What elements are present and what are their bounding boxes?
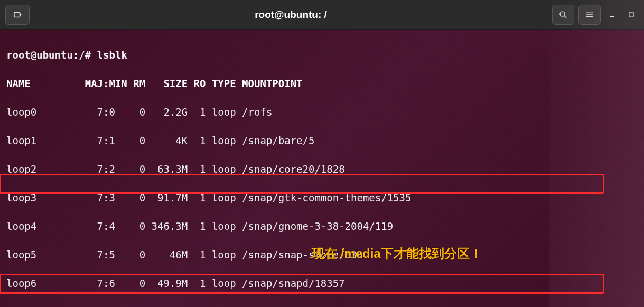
- lsblk-row: loop0 7:0 0 2.2G 1 loop /rofs: [6, 105, 638, 119]
- maximize-icon: [628, 11, 635, 18]
- lsblk-row: loop2 7:2 0 63.3M 1 loop /snap/core20/18…: [6, 162, 638, 176]
- new-tab-icon: [13, 10, 22, 20]
- lsblk-row: loop4 7:4 0 346.3M 1 loop /snap/gnome-3-…: [6, 219, 638, 234]
- prompt-user-host: root@ubuntu: [6, 49, 73, 61]
- window-title: root@ubuntu: /: [255, 9, 327, 21]
- minimize-icon: [609, 11, 616, 18]
- prompt-line: root@ubuntu:/# lsblk: [6, 48, 638, 62]
- titlebar-right: [552, 5, 639, 25]
- prompt-path: /: [79, 49, 85, 61]
- new-tab-button[interactable]: [5, 5, 30, 25]
- lsblk-row: loop1 7:1 0 4K 1 loop /snap/bare/5: [6, 134, 638, 148]
- terminal-body[interactable]: root@ubuntu:/# lsblk NAME MAJ:MIN RM SIZ…: [0, 30, 644, 307]
- prompt-colon: :: [73, 49, 79, 61]
- hamburger-icon: [585, 10, 594, 20]
- titlebar-left: [5, 5, 30, 25]
- svg-rect-0: [14, 12, 20, 17]
- titlebar: root@ubuntu: /: [0, 0, 644, 30]
- lsblk-row: loop6 7:6 0 49.9M 1 loop /snap/snapd/183…: [6, 276, 638, 291]
- command-text: lsblk: [97, 49, 127, 61]
- maximize-button[interactable]: [624, 7, 639, 22]
- svg-line-6: [564, 16, 566, 18]
- lsblk-row: loop3 7:3 0 91.7M 1 loop /snap/gtk-commo…: [6, 191, 638, 205]
- menu-button[interactable]: [578, 5, 601, 25]
- svg-rect-11: [629, 12, 633, 16]
- search-icon: [558, 10, 568, 20]
- annotation-text: 现在 /media下才能找到分区！: [312, 246, 482, 261]
- lsblk-row: sda 8:0 0 931.5G 0 disk: [6, 305, 638, 307]
- terminal-window: root@ubuntu: / root@ubuntu:/# lsblk NAME…: [0, 0, 644, 307]
- lsblk-header: NAME MAJ:MIN RM SIZE RO TYPE MOUNTPOINT: [6, 77, 638, 91]
- svg-point-5: [560, 12, 565, 16]
- minimize-button[interactable]: [605, 7, 620, 22]
- prompt-symbol: #: [85, 49, 91, 61]
- search-button[interactable]: [552, 5, 574, 25]
